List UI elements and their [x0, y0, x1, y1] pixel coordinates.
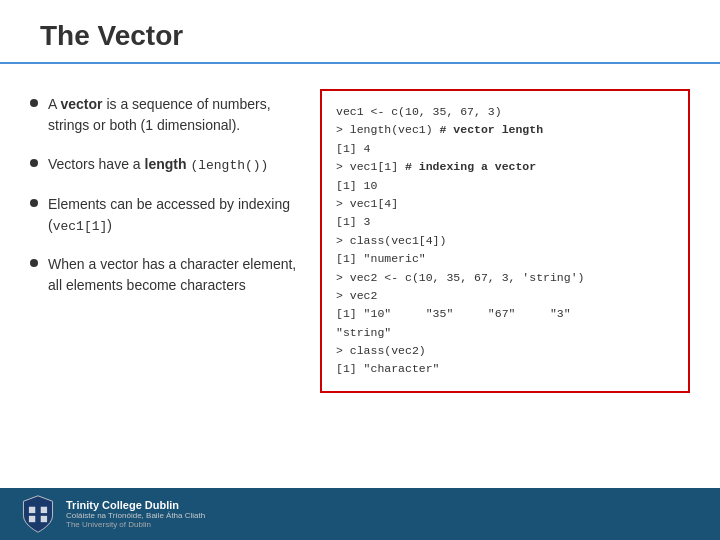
bullet-text-2: Vectors have a length (length()) — [48, 154, 300, 176]
svg-rect-1 — [41, 507, 47, 513]
list-item: Vectors have a length (length()) — [30, 154, 300, 176]
main-content: A vector is a sequence of numbers, strin… — [0, 64, 720, 488]
code-length: (length()) — [190, 158, 268, 173]
list-item: Elements can be accessed by indexing (ve… — [30, 194, 300, 237]
bullet-dot — [30, 199, 38, 207]
bullet-text-4: When a vector has a character element, a… — [48, 254, 300, 296]
code-line: > class(vec2) — [336, 342, 674, 360]
bullet-dot — [30, 159, 38, 167]
svg-rect-3 — [41, 516, 47, 522]
bullet-list: A vector is a sequence of numbers, strin… — [30, 84, 300, 468]
code-line: [1] 4 — [336, 140, 674, 158]
bullet-text-3: Elements can be accessed by indexing (ve… — [48, 194, 300, 237]
code-line: "string" — [336, 324, 674, 342]
footer-text-block: Trinity College Dublin Coláiste na Tríon… — [66, 499, 205, 529]
slide: The Vector A vector is a sequence of num… — [0, 0, 720, 540]
code-line: > length(vec1) # vector length — [336, 121, 674, 139]
header: The Vector — [0, 0, 720, 64]
code-line: [1] "10" "35" "67" "3" — [336, 305, 674, 323]
code-line: [1] 3 — [336, 213, 674, 231]
institution-tagline: The University of Dublin — [66, 520, 205, 529]
code-block: vec1 <- c(10, 35, 67, 3) > length(vec1) … — [320, 89, 690, 393]
bullet-dot — [30, 99, 38, 107]
list-item: A vector is a sequence of numbers, strin… — [30, 94, 300, 136]
footer-logo-area: Trinity College Dublin Coláiste na Tríon… — [20, 494, 205, 534]
svg-rect-2 — [29, 516, 35, 522]
svg-rect-0 — [29, 507, 35, 513]
code-line: > vec2 <- c(10, 35, 67, 3, 'string') — [336, 269, 674, 287]
code-line: > vec2 — [336, 287, 674, 305]
trinity-shield-icon — [20, 494, 56, 534]
bold-vector: vector — [60, 96, 102, 112]
bullet-dot — [30, 259, 38, 267]
page-title: The Vector — [40, 20, 183, 51]
code-line: vec1 <- c(10, 35, 67, 3) — [336, 103, 674, 121]
institution-subname: Coláiste na Tríonóide, Baile Átha Cliath — [66, 511, 205, 520]
code-line: > vec1[4] — [336, 195, 674, 213]
code-line: > vec1[1] # indexing a vector — [336, 158, 674, 176]
institution-name: Trinity College Dublin — [66, 499, 205, 511]
list-item: When a vector has a character element, a… — [30, 254, 300, 296]
bullet-text-1: A vector is a sequence of numbers, strin… — [48, 94, 300, 136]
code-line: [1] "numeric" — [336, 250, 674, 268]
footer: Trinity College Dublin Coláiste na Tríon… — [0, 488, 720, 540]
code-line: > class(vec1[4]) — [336, 232, 674, 250]
code-line: [1] 10 — [336, 177, 674, 195]
code-index: vec1[1] — [53, 219, 108, 234]
bold-length: length — [145, 156, 187, 172]
code-line: [1] "character" — [336, 360, 674, 378]
